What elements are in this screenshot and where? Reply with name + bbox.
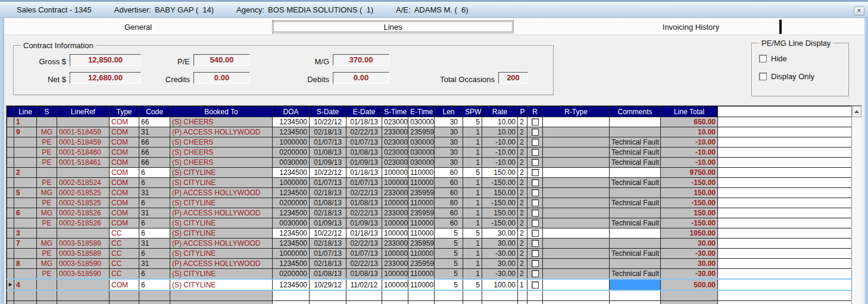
cell-lineref[interactable] (57, 290, 110, 300)
r-checkbox[interactable] (532, 149, 539, 156)
cell-r[interactable] (527, 208, 543, 218)
current-row-selector-icon[interactable]: ► (7, 279, 14, 290)
cell-line-total[interactable]: -150.00 (661, 218, 718, 228)
cell-booked-to[interactable]: (P) ACCESS HOLLYWOOD (170, 259, 273, 269)
cell-rate[interactable] (482, 300, 518, 304)
cell-s-date[interactable]: 02/18/13 (310, 208, 346, 218)
cell-e-time[interactable] (408, 290, 435, 300)
cell-s-date[interactable]: 01/07/13 (310, 178, 346, 188)
cell-spw[interactable]: 1 (463, 218, 482, 228)
cell-e-date[interactable]: 01/18/13 (346, 168, 382, 178)
row-selector[interactable] (7, 249, 14, 259)
column-header-comments[interactable]: Comments (610, 106, 661, 117)
cell-comments[interactable]: Technical Fault (610, 178, 661, 188)
cell-e-date[interactable]: 02/22/13 (346, 127, 382, 137)
cell-s-date[interactable]: 01/08/13 (310, 198, 346, 208)
cell-p[interactable]: 2 (518, 137, 527, 148)
r-checkbox[interactable] (532, 281, 539, 289)
cell-p[interactable]: 2 (518, 178, 527, 188)
row-selector[interactable] (7, 259, 14, 269)
cell-code[interactable]: 66 (139, 148, 170, 158)
cell-type[interactable]: COM (110, 148, 139, 158)
cell-doa[interactable]: 1234500 (273, 228, 310, 239)
cell-lineref[interactable] (57, 168, 110, 178)
cell-lineref[interactable] (57, 300, 110, 304)
cell-doa[interactable]: 0030000 (273, 218, 310, 228)
row-selector[interactable] (7, 168, 14, 178)
cell-doa[interactable]: 0030000 (273, 158, 310, 168)
cell-rate[interactable]: -150.00 (482, 178, 518, 188)
column-header-line-total[interactable]: Line Total (661, 106, 718, 117)
cell-s-time[interactable]: 100000 (382, 269, 408, 280)
cell-line-total[interactable]: -10.00 (661, 148, 718, 158)
cell-booked-to[interactable] (170, 300, 273, 304)
column-header-p[interactable]: P (518, 106, 527, 117)
column-header-line[interactable]: Line (14, 106, 37, 117)
cell-spw[interactable]: 1 (463, 188, 482, 198)
cell-e-time[interactable]: 110000 (408, 279, 435, 290)
cell-type[interactable]: CC (110, 269, 139, 280)
cell-r-type[interactable] (543, 279, 610, 290)
cell-r[interactable] (527, 188, 543, 198)
cell-rate[interactable]: 30.00 (482, 228, 518, 239)
cell-code[interactable]: 31 (139, 188, 170, 198)
cell-spw[interactable]: 1 (463, 249, 482, 259)
cell-s-date[interactable]: 10/22/12 (310, 168, 346, 178)
cell-s-time[interactable]: 023000 (382, 158, 408, 168)
row-selector[interactable] (7, 208, 14, 218)
cell-lineref[interactable] (57, 228, 110, 239)
scroll-up-button[interactable] (852, 106, 861, 117)
cell-doa[interactable]: 1234500 (273, 188, 310, 198)
cell-line[interactable] (14, 218, 37, 228)
cell-r[interactable] (527, 239, 543, 249)
cell-len[interactable]: 60 (435, 198, 463, 208)
cell-r-type[interactable] (543, 259, 610, 269)
cell-type[interactable]: COM (110, 178, 139, 188)
cell-p[interactable]: 2 (518, 228, 527, 239)
cell-s-date[interactable]: 01/09/13 (310, 158, 346, 168)
cell-lineref[interactable]: 0002-518524 (57, 178, 110, 188)
cell-booked-to[interactable]: (S) CITYLINE (170, 228, 273, 239)
cell-p[interactable]: 2 (518, 218, 527, 228)
cell-spw[interactable]: 5 (463, 117, 482, 127)
cell-comments[interactable]: Technical Fault (610, 148, 661, 158)
cell-e-time[interactable]: 110000 (408, 249, 435, 259)
cell-line[interactable]: 2 (14, 168, 37, 178)
cell-r[interactable] (527, 127, 543, 137)
cell-s[interactable] (37, 290, 57, 300)
cell-s[interactable] (37, 228, 57, 239)
cell-lineref[interactable]: 0003-518590 (57, 269, 110, 280)
cell-s-time[interactable]: 100000 (382, 218, 408, 228)
cell-rate[interactable]: -150.00 (482, 198, 518, 208)
cell-line-total[interactable]: 150.00 (661, 208, 718, 218)
cell-spw[interactable]: 1 (463, 127, 482, 137)
cell-s-time[interactable]: 100000 (382, 249, 408, 259)
cell-lineref[interactable]: 0001-518460 (57, 148, 110, 158)
cell-booked-to[interactable] (170, 290, 273, 300)
cell-rate[interactable]: -150.00 (482, 218, 518, 228)
cell-p[interactable]: 2 (518, 208, 527, 218)
cell-s-date[interactable]: 10/22/12 (310, 117, 346, 127)
r-checkbox[interactable] (532, 270, 539, 277)
column-header-spw[interactable]: SPW (463, 106, 482, 117)
cell-doa[interactable]: 0200000 (273, 148, 310, 158)
cell-code[interactable]: 6 (139, 228, 170, 239)
cell-r-type[interactable] (543, 188, 610, 198)
cell-s-date[interactable]: 01/08/13 (310, 269, 346, 280)
cell-s[interactable]: PE (37, 218, 57, 228)
cell-r-type[interactable] (543, 239, 610, 249)
cell-s-time[interactable]: 023000 (382, 117, 408, 127)
vertical-scrollbar[interactable] (851, 106, 861, 304)
cell-code[interactable] (139, 300, 170, 304)
cell-s-date[interactable] (310, 300, 346, 304)
cell-e-time[interactable]: 030000 (408, 158, 435, 168)
cell-e-date[interactable]: 01/18/13 (346, 117, 382, 127)
cell-rate[interactable]: 10.00 (482, 117, 518, 127)
cell-s[interactable]: MG (37, 208, 57, 218)
cell-doa[interactable]: 1000000 (273, 249, 310, 259)
cell-e-date[interactable] (346, 300, 382, 304)
cell-len[interactable]: 60 (435, 208, 463, 218)
row-selector[interactable] (7, 188, 14, 198)
cell-rate[interactable] (482, 290, 518, 300)
cell-booked-to[interactable]: (S) CHEERS (170, 158, 273, 168)
